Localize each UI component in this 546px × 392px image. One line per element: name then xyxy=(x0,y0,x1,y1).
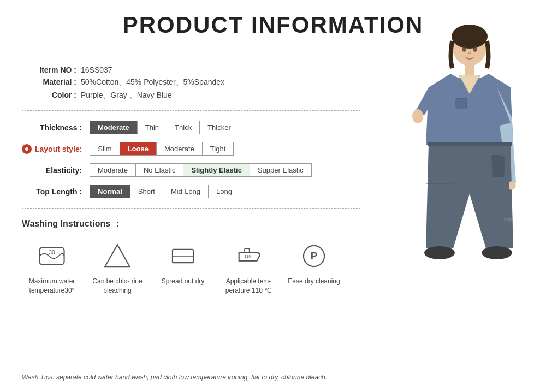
item-label: Iterm NO : xyxy=(22,66,76,74)
wash-iron-label: Applicable tem- perature 110 ℃ xyxy=(218,277,278,295)
wash-item-drycleaning: P Ease dry cleaning xyxy=(284,240,344,286)
wash-item-temp: 30 Maximum water temperature30° xyxy=(22,240,82,295)
svg-marker-2 xyxy=(105,245,129,266)
toplength-long[interactable]: Long xyxy=(209,185,240,198)
elasticity-row: Elasticity: Moderate No Elastic Slightly… xyxy=(22,163,349,177)
material-value: 50%Cotton、45% Polyester、5%Spandex xyxy=(81,78,224,87)
wash-dry-icon xyxy=(167,240,199,272)
layout-label: Layout style: xyxy=(35,145,82,153)
layout-row: Layout style: Slim Loose Moderate Tight xyxy=(22,142,349,156)
wash-item-dry: Spread out dry xyxy=(153,240,213,286)
wash-temp-label: Maximum water temperature30° xyxy=(22,277,82,295)
model-area: logo xyxy=(366,0,546,371)
layout-loose[interactable]: Loose xyxy=(120,142,157,155)
svg-point-19 xyxy=(462,46,466,52)
elasticity-slightly[interactable]: Slightly Elastic xyxy=(183,164,250,176)
wash-temp-icon: 30 xyxy=(35,240,68,272)
divider-2 xyxy=(22,208,360,209)
wash-chlorine-label: Can be chlo- rine bleaching xyxy=(87,277,147,295)
layout-tight[interactable]: Tight xyxy=(203,142,233,155)
svg-text:110: 110 xyxy=(244,254,251,258)
layout-radio-icon xyxy=(22,144,32,154)
wash-drycleaning-icon: P xyxy=(298,240,330,272)
layout-moderate[interactable]: Moderate xyxy=(157,142,203,155)
toplength-label: Top Length : xyxy=(22,187,82,196)
color-value: Purple、Gray 、Navy Blue xyxy=(81,91,172,100)
toplength-short[interactable]: Short xyxy=(130,185,163,198)
svg-text:30: 30 xyxy=(49,250,55,256)
elasticity-moderate[interactable]: Moderate xyxy=(90,164,136,176)
divider-1 xyxy=(22,110,360,111)
thickness-thick[interactable]: Thick xyxy=(167,121,200,134)
wash-item-iron: 110 Applicable tem- perature 110 ℃ xyxy=(218,240,278,295)
toplength-bar: Normal Short Mid-Long Long xyxy=(90,185,240,198)
svg-point-16 xyxy=(424,246,455,259)
elasticity-supper[interactable]: Supper Elastic xyxy=(250,164,311,176)
svg-rect-12 xyxy=(465,63,474,75)
material-row: Material : 50%Cotton、45% Polyester、5%Spa… xyxy=(22,78,349,87)
toplength-row: Top Length : Normal Short Mid-Long Long xyxy=(22,185,349,198)
thickness-moderate[interactable]: Moderate xyxy=(90,121,138,134)
washing-icons: 30 Maximum water temperature30° Can be c… xyxy=(22,240,349,295)
washing-section: Washing Instructions ： 30 Maximum water … xyxy=(22,218,349,295)
thickness-bar: Moderate Thin Thick Thicker xyxy=(90,121,239,134)
color-row: Color : Purple、Gray 、Navy Blue xyxy=(22,91,349,100)
wash-drycleaning-label: Ease dry cleaning xyxy=(288,277,340,286)
color-label: Color : xyxy=(22,91,76,99)
left-panel: Iterm NO : 16SS037 Material : 50%Cotton、… xyxy=(0,38,371,295)
elasticity-bar: Moderate No Elastic Slightly Elastic Sup… xyxy=(90,163,312,177)
wash-item-chlorine: Can be chlo- rine bleaching xyxy=(87,240,147,295)
product-info: Iterm NO : 16SS037 Material : 50%Cotton、… xyxy=(22,66,349,100)
svg-rect-15 xyxy=(428,142,512,146)
svg-rect-14 xyxy=(426,183,453,184)
thickness-label: Thickness : xyxy=(22,123,82,132)
item-value: 16SS037 xyxy=(81,66,112,74)
wash-dry-label: Spread out dry xyxy=(162,277,205,286)
elasticity-no[interactable]: No Elastic xyxy=(136,164,184,176)
washing-title: Washing Instructions ： xyxy=(22,218,349,230)
thickness-row: Thickness : Moderate Thin Thick Thicker xyxy=(22,121,349,134)
wash-chlorine-icon xyxy=(101,240,134,272)
thickness-thin[interactable]: Thin xyxy=(138,121,167,134)
svg-rect-13 xyxy=(456,98,467,108)
svg-point-17 xyxy=(482,246,512,259)
toplength-normal[interactable]: Normal xyxy=(90,185,130,198)
layout-style-label-group: Layout style: xyxy=(22,144,90,154)
svg-point-18 xyxy=(412,109,423,123)
wash-iron-icon: 110 xyxy=(232,240,265,272)
material-label: Material : xyxy=(22,78,76,86)
layout-bar: Slim Loose Moderate Tight xyxy=(90,142,234,156)
svg-point-11 xyxy=(452,25,488,49)
svg-text:logo: logo xyxy=(504,217,513,222)
elasticity-label: Elasticity: xyxy=(22,166,82,175)
layout-slim[interactable]: Slim xyxy=(90,142,120,155)
item-row: Iterm NO : 16SS037 xyxy=(22,66,349,74)
toplength-midlong[interactable]: Mid-Long xyxy=(163,185,209,198)
svg-text:P: P xyxy=(311,250,318,262)
svg-point-20 xyxy=(473,46,477,52)
thickness-thicker[interactable]: Thicker xyxy=(200,121,239,134)
spec-section: Thickness : Moderate Thin Thick Thicker … xyxy=(22,121,349,198)
